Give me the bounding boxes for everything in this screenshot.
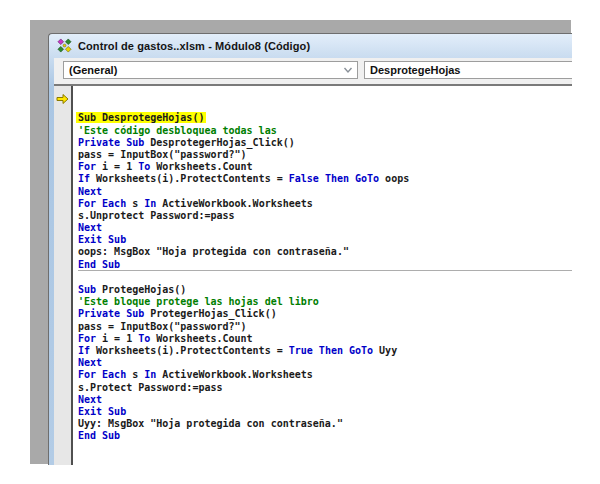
code-line: Uyy: MsgBox "Hoja protegida con contrase… bbox=[78, 418, 572, 430]
code-lines: Sub DesprotegeHojas()'Este código desblo… bbox=[78, 112, 572, 442]
code-line: s.Unprotect Password:=pass bbox=[78, 210, 572, 222]
code-line bbox=[78, 272, 572, 284]
code-line: For Each s In ActiveWorkbook.Worksheets bbox=[78, 369, 572, 381]
code-line: Next bbox=[78, 186, 572, 198]
code-panel: Sub DesprotegeHojas()'Este código desblo… bbox=[54, 84, 572, 465]
page-background: Control de gastos..xlsm - Módulo8 (Códig… bbox=[0, 0, 600, 484]
code-line: For i = 1 To Worksheets.Count bbox=[78, 333, 572, 345]
code-line: End Sub bbox=[78, 259, 572, 271]
code-line: Private Sub ProtegerHojas_Click() bbox=[78, 308, 572, 320]
code-line: pass = InputBox("password?") bbox=[78, 321, 572, 333]
object-dropdown[interactable]: (General) bbox=[63, 61, 358, 79]
code-line: Exit Sub bbox=[78, 406, 572, 418]
code-line: Sub DesprotegeHojas() bbox=[78, 112, 572, 124]
code-line: Sub ProtegeHojas() bbox=[78, 284, 572, 296]
chevron-down-icon[interactable] bbox=[343, 65, 353, 75]
code-window: Control de gastos..xlsm - Módulo8 (Códig… bbox=[48, 33, 572, 465]
procedure-dropdown-value: DesprotegeHojas bbox=[370, 64, 460, 76]
execution-point-arrow-icon bbox=[56, 90, 69, 108]
procedure-dropdown[interactable]: DesprotegeHojas bbox=[364, 61, 572, 79]
code-line: Next bbox=[78, 222, 572, 234]
code-line: s.Protect Password:=pass bbox=[78, 382, 572, 394]
window-title: Control de gastos..xlsm - Módulo8 (Códig… bbox=[78, 40, 310, 52]
code-line: End Sub bbox=[78, 430, 572, 442]
code-line: Private Sub DesprotegerHojas_Click() bbox=[78, 137, 572, 149]
code-line: Next bbox=[78, 357, 572, 369]
code-line: Exit Sub bbox=[78, 234, 572, 246]
code-line: 'Este código desbloquea todas las bbox=[78, 125, 572, 137]
code-line: If Worksheets(i).ProtectContents = True … bbox=[78, 345, 572, 357]
code-line: For i = 1 To Worksheets.Count bbox=[78, 161, 572, 173]
editor-toolbar: (General) DesprotegeHojas bbox=[54, 58, 572, 85]
code-line: Next bbox=[78, 394, 572, 406]
margin-indicator-bar[interactable] bbox=[54, 86, 73, 465]
code-editor[interactable]: Sub DesprotegeHojas()'Este código desblo… bbox=[73, 86, 572, 465]
code-window-titlebar[interactable]: Control de gastos..xlsm - Módulo8 (Códig… bbox=[49, 34, 572, 57]
code-line: oops: MsgBox "Hoja protegida con contras… bbox=[78, 246, 572, 258]
vba-module-icon bbox=[57, 38, 72, 53]
code-line: 'Este bloque protege las hojas del libro bbox=[78, 296, 572, 308]
code-line: pass = InputBox("password?") bbox=[78, 149, 572, 161]
code-line: If Worksheets(i).ProtectContents = False… bbox=[78, 173, 572, 185]
code-line: For Each s In ActiveWorkbook.Worksheets bbox=[78, 198, 572, 210]
object-dropdown-value: (General) bbox=[69, 64, 117, 76]
